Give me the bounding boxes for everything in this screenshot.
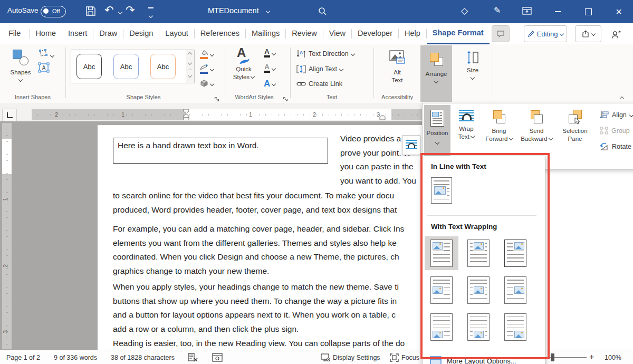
focus-icon[interactable]	[390, 353, 399, 363]
display-settings-label[interactable]: Display Settings	[333, 354, 380, 361]
autosave-toggle[interactable]: Off	[41, 6, 66, 17]
alt-text-button[interactable]: Alt Text	[381, 46, 414, 84]
gallery-down-arrow[interactable]	[188, 60, 192, 64]
character-count[interactable]: 38 of 1828 characters	[111, 354, 175, 361]
tab-stop-selector[interactable]	[2, 109, 17, 122]
create-link-button[interactable]: Create Link	[296, 80, 342, 88]
text-outline-button[interactable]: A	[264, 64, 275, 73]
shape-outline-button[interactable]	[199, 64, 214, 74]
position-option-top-left[interactable]	[425, 236, 458, 270]
save-button[interactable]	[85, 6, 96, 18]
position-option-top-right[interactable]	[498, 236, 532, 270]
shape-fill-button[interactable]	[199, 50, 214, 59]
tab-file[interactable]: File	[0, 23, 29, 44]
tab-insert[interactable]: Insert	[62, 23, 93, 44]
selection-pane-button[interactable]: Selection Pane	[557, 105, 593, 165]
arrange-button[interactable]: Arrange	[420, 45, 452, 102]
shape-style-option-3[interactable]: Abc	[150, 54, 176, 79]
shape-effects-button[interactable]	[199, 79, 214, 88]
tab-design[interactable]: Design	[123, 23, 159, 44]
rotate-button[interactable]: Rotate	[600, 142, 631, 150]
zoom-in-button[interactable]: +	[589, 352, 594, 362]
size-icon	[465, 51, 480, 64]
collapse-ribbon-chevron[interactable]	[620, 97, 624, 101]
text-effects-button[interactable]: A	[264, 79, 275, 88]
edit-shape-button[interactable]	[38, 49, 54, 60]
minimize-button[interactable]	[546, 0, 570, 23]
tab-help[interactable]: Help	[399, 23, 426, 44]
shape-style-option-1[interactable]: Abc	[76, 54, 102, 79]
position-option-middle-center[interactable]	[462, 273, 495, 307]
text-box-button[interactable]: A	[38, 62, 50, 75]
hand-drawn-text-box[interactable]: Here is a hand drawn text box in Word.	[113, 138, 328, 164]
word-count[interactable]: 9 of 336 words	[54, 354, 97, 361]
position-option-middle-right[interactable]	[498, 273, 532, 307]
premium-diamond-icon[interactable]: ◇	[461, 5, 468, 16]
tab-view[interactable]: View	[323, 23, 351, 44]
close-button[interactable]: ×	[607, 0, 631, 23]
position-option-inline[interactable]	[427, 174, 456, 207]
size-button[interactable]: Size	[458, 46, 487, 82]
text-fill-button[interactable]: A	[264, 49, 275, 58]
position-option-bottom-left[interactable]	[425, 310, 458, 344]
proofing-errors-icon[interactable]	[188, 353, 198, 363]
align-label: Align	[612, 111, 627, 119]
macro-recording-icon[interactable]	[212, 353, 223, 363]
quick-styles-button[interactable]: A Quick Styles	[229, 46, 258, 81]
designer-pen-icon[interactable]: ✎	[494, 5, 501, 15]
shapes-button[interactable]: Shapes	[6, 46, 35, 84]
selection-pane-label-1: Selection	[557, 127, 593, 135]
indent-markers[interactable]	[183, 109, 190, 120]
align-text-button[interactable]: Align Text	[296, 65, 343, 73]
quick-styles-label-2: Styles	[233, 74, 250, 80]
position-option-bottom-center[interactable]	[462, 310, 495, 344]
tab-home[interactable]: Home	[30, 23, 62, 44]
tab-shape-format[interactable]: Shape Format	[427, 23, 490, 44]
group-button[interactable]: Group	[600, 127, 630, 135]
undo-icon[interactable]: ↶	[104, 4, 114, 16]
search-icon[interactable]	[318, 6, 327, 18]
tab-draw[interactable]: Draw	[93, 23, 123, 44]
paragraph-3[interactable]: When you apply styles, your headings cha…	[113, 280, 421, 337]
redo-icon[interactable]: ↷	[126, 4, 135, 16]
share-button[interactable]	[575, 25, 601, 42]
maximize-button[interactable]	[576, 0, 600, 23]
position-option-bottom-right[interactable]	[498, 310, 532, 344]
customize-quick-access-icon[interactable]	[148, 5, 154, 21]
paragraph-4[interactable]: Reading is easier, too, in the new Readi…	[113, 337, 421, 350]
title-dropdown-chevron[interactable]	[266, 9, 270, 13]
tab-layout[interactable]: Layout	[159, 23, 194, 44]
zoom-slider-handle[interactable]	[551, 353, 554, 361]
wrap-text-label-2: Text	[458, 133, 469, 140]
align-text-label: Align Text	[309, 65, 337, 73]
position-option-middle-left[interactable]	[425, 273, 458, 307]
gallery-up-arrow[interactable]	[188, 52, 192, 56]
group-icon	[600, 127, 608, 135]
document-title[interactable]: MTEDocument	[208, 6, 259, 15]
right-indent-marker[interactable]	[379, 115, 386, 120]
tab-mailings[interactable]: Mailings	[246, 23, 285, 44]
paragraph-2[interactable]: For example, you can add a matching cove…	[113, 222, 421, 279]
zoom-level[interactable]: 100%	[605, 354, 621, 361]
tab-review[interactable]: Review	[286, 23, 323, 44]
undo-dropdown-chevron[interactable]	[118, 10, 122, 14]
ribbon-display-options-icon[interactable]	[522, 7, 532, 17]
tab-developer[interactable]: Developer	[352, 23, 398, 44]
page-indicator[interactable]: Page 1 of 2	[6, 354, 40, 361]
text-direction-button[interactable]: A Text Direction	[296, 50, 354, 58]
align-button[interactable]: Align	[600, 111, 633, 119]
position-option-top-center[interactable]	[462, 236, 495, 270]
shape-style-option-2[interactable]: Abc	[113, 54, 139, 79]
editing-mode-dropdown[interactable]: Editing	[524, 25, 567, 42]
tab-references[interactable]: References	[195, 23, 245, 44]
vertical-ruler[interactable]: 1 2 3	[2, 123, 12, 349]
focus-label[interactable]: Focus	[401, 354, 419, 361]
gallery-more-arrow[interactable]	[188, 70, 192, 81]
more-layout-options-item[interactable]: More Layout Options...	[423, 352, 545, 364]
horizontal-ruler[interactable]: 2 1 1 2 3	[32, 109, 422, 120]
comments-button[interactable]	[492, 25, 510, 42]
layout-options-floating-button[interactable]	[402, 135, 420, 155]
paragraph-1[interactable]: to search online for the video that best…	[113, 189, 421, 218]
display-settings-icon[interactable]	[321, 353, 331, 363]
people-icon[interactable]	[611, 30, 621, 42]
